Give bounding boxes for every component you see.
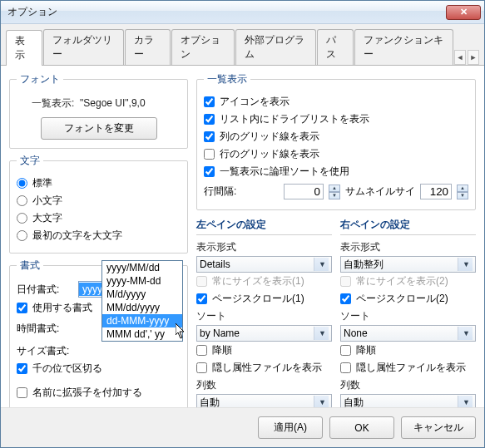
tab-path[interactable]: パス	[317, 29, 354, 65]
mouse-cursor-icon	[176, 323, 187, 343]
right-cols-select[interactable]: 自動▼	[340, 394, 476, 407]
chk-drive-list[interactable]: リスト内にドライブリストを表示	[204, 111, 468, 128]
left-pane-settings: 左ペインの設定 表示形式 Details▼ 常にサイズを表示(1) ページスクロ…	[196, 215, 332, 407]
left-pane-title: 左ペインの設定	[196, 215, 332, 235]
font-current: 一覧表示: "Segoe UI",9,0	[17, 93, 181, 117]
options-dialog: オプション ✕ 表示 フォルダツリー カラー オプション 外部プログラム パス …	[0, 0, 485, 448]
format-legend: 書式	[17, 258, 43, 273]
chk-right-desc[interactable]: 降順	[340, 342, 476, 359]
chevron-down-icon: ▼	[314, 396, 329, 407]
tab-display[interactable]: 表示	[6, 30, 42, 66]
window-title: オプション	[4, 5, 446, 19]
lineheight-spinner[interactable]: ▲▼	[329, 185, 340, 199]
date-format-dropdown[interactable]: yyyy/MM/dd yyyy-MM-dd M/d/yyyy MM/dd/yyy…	[101, 260, 183, 342]
radio-capfirst[interactable]: 最初の文字を大文字	[17, 227, 181, 244]
tab-scroll-left[interactable]: ◄	[454, 50, 466, 65]
chk-page-scroll-1[interactable]: ページスクロール(1)	[196, 290, 332, 308]
right-sort-select[interactable]: None▼	[340, 325, 476, 342]
tab-bar: 表示 フォルダツリー カラー オプション 外部プログラム パス ファンクションキ…	[1, 24, 484, 66]
dropdown-option[interactable]: yyyy/MM/dd	[102, 261, 182, 274]
tab-scroll-right[interactable]: ►	[468, 50, 479, 65]
lineheight-input[interactable]	[284, 184, 324, 199]
cancel-button[interactable]: キャンセル	[401, 416, 476, 439]
thumb-label: サムネイルサイ	[345, 185, 415, 199]
right-sort-label: ソート	[340, 308, 476, 325]
content-area: フォント 一覧表示: "Segoe UI",9,0 フォントを変更 文字 標準 …	[1, 66, 484, 407]
chevron-down-icon: ▼	[314, 327, 329, 340]
size-format-label: サイズ書式:	[17, 344, 73, 358]
radio-standard[interactable]: 標準	[17, 175, 181, 192]
chk-always-size-2[interactable]: 常にサイズを表示(2)	[340, 273, 476, 290]
tab-color[interactable]: カラー	[125, 29, 170, 65]
chk-show-icon[interactable]: アイコンを表示	[204, 93, 468, 111]
list-display-group: 一覧表示 アイコンを表示 リスト内にドライブリストを表示 列のグリッド線を表示 …	[196, 72, 476, 210]
chk-right-hidden[interactable]: 隠し属性ファイルを表示	[340, 359, 476, 377]
date-format-label: 日付書式:	[17, 283, 73, 297]
right-pane-settings: 右ペインの設定 表示形式 自動整列▼ 常にサイズを表示(2) ページスクロール(…	[340, 215, 476, 407]
close-button[interactable]: ✕	[446, 5, 481, 20]
chevron-down-icon: ▼	[314, 258, 329, 271]
listdisp-legend: 一覧表示	[204, 72, 250, 86]
chk-page-scroll-2[interactable]: ページスクロール(2)	[340, 290, 476, 308]
time-format-label: 時間書式:	[17, 322, 73, 336]
tab-funckey[interactable]: ファンクションキー	[354, 29, 453, 65]
change-font-button[interactable]: フォントを変更	[41, 117, 157, 140]
left-disp-select[interactable]: Details▼	[196, 256, 332, 273]
right-pane-title: 右ペインの設定	[340, 215, 476, 235]
chevron-down-icon: ▼	[458, 258, 473, 271]
chk-always-size-1[interactable]: 常にサイズを表示(1)	[196, 273, 332, 290]
font-value: "Segoe UI",9,0	[80, 97, 146, 109]
font-label: 一覧表示:	[32, 97, 74, 109]
ok-button[interactable]: OK	[329, 416, 394, 439]
name-ext-check[interactable]: 名前に拡張子を付加する	[17, 384, 181, 401]
chevron-down-icon: ▼	[458, 396, 473, 407]
tab-foldertree[interactable]: フォルダツリー	[43, 29, 125, 65]
chk-row-grid[interactable]: 行のグリッド線を表示	[204, 145, 468, 163]
chk-left-desc[interactable]: 降順	[196, 342, 332, 359]
thumb-spinner[interactable]: ▲▼	[457, 185, 468, 199]
thumb-input[interactable]	[420, 184, 452, 199]
chk-left-hidden[interactable]: 隠し属性ファイルを表示	[196, 359, 332, 377]
right-disp-select[interactable]: 自動整列▼	[340, 256, 476, 273]
left-disp-label: 表示形式	[196, 239, 332, 256]
dropdown-option[interactable]: yyyy-MM-dd	[102, 274, 182, 288]
font-legend: フォント	[17, 72, 63, 86]
left-sort-select[interactable]: by Name▼	[196, 325, 332, 342]
dropdown-option[interactable]: M/d/yyyy	[102, 288, 182, 301]
thousands-check[interactable]: 千の位で区切る	[17, 360, 181, 377]
left-sort-label: ソート	[196, 308, 332, 325]
text-case-group: 文字 標準 小文字 大文字 最初の文字を大文字	[9, 154, 188, 254]
tab-nav: ◄ ►	[454, 50, 479, 65]
button-bar: 適用(A) OK キャンセル	[1, 407, 484, 447]
tab-extprog[interactable]: 外部プログラム	[235, 29, 317, 65]
chevron-down-icon: ▼	[458, 327, 473, 340]
radio-upper[interactable]: 大文字	[17, 209, 181, 227]
right-disp-label: 表示形式	[340, 239, 476, 256]
font-group: フォント 一覧表示: "Segoe UI",9,0 フォントを変更	[9, 72, 188, 149]
left-cols-select[interactable]: 自動▼	[196, 394, 332, 407]
moji-legend: 文字	[17, 154, 43, 168]
dropdown-option[interactable]: MM/dd/yyyy	[102, 301, 182, 314]
right-cols-label: 列数	[340, 377, 476, 394]
dropdown-option[interactable]: MMM dd',' yy	[102, 327, 182, 341]
apply-button[interactable]: 適用(A)	[258, 416, 323, 439]
chk-logical-sort[interactable]: 一覧表示に論理ソートを使用	[204, 163, 468, 180]
radio-lower[interactable]: 小文字	[17, 192, 181, 209]
titlebar[interactable]: オプション ✕	[1, 1, 484, 24]
left-cols-label: 列数	[196, 377, 332, 394]
lineheight-label: 行間隔:	[204, 185, 236, 199]
chk-col-grid[interactable]: 列のグリッド線を表示	[204, 128, 468, 145]
tab-option[interactable]: オプション	[171, 29, 235, 65]
dropdown-option-selected[interactable]: dd-MMM-yyyy	[102, 314, 182, 327]
